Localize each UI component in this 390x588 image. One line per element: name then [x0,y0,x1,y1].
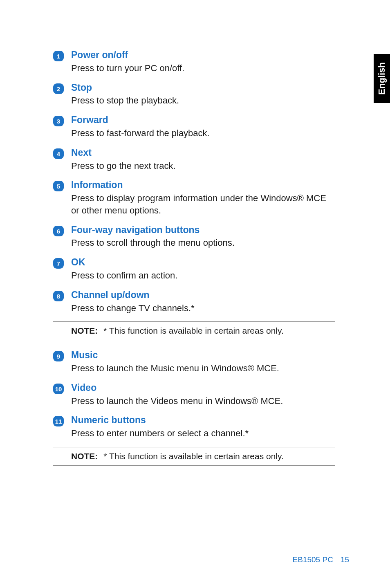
item-desc: Press to confirm an action. [71,269,335,282]
note-box: NOTE: * This function is available in ce… [53,447,335,466]
item-desc: Press to turn your PC on/off. [71,62,335,74]
list-item: 2 Stop Press to stop the playback. [53,82,335,107]
bullet-icon: 10 [53,382,71,394]
note-box: NOTE: * This function is available in ce… [53,321,335,340]
page: English 1 Power on/off Press to turn you… [0,0,390,588]
item-title: Channel up/down [71,289,335,301]
item-content: Stop Press to stop the playback. [71,82,335,107]
item-title: Four-way navigation buttons [71,224,335,236]
item-content: Information Press to display program inf… [71,179,335,216]
note-label: NOTE: [71,451,98,461]
bullet-icon: 2 [53,82,71,94]
item-content: Power on/off Press to turn your PC on/of… [71,49,335,74]
page-footer: EB1505 PC 15 [53,551,349,564]
svg-text:8: 8 [57,292,60,299]
list-item: 7 OK Press to confirm an action. [53,256,335,282]
bullet-icon: 3 [53,114,71,126]
item-title: Video [71,382,335,394]
footer-page-number: 15 [341,555,349,564]
item-content: Forward Press to fast-forward the playba… [71,114,335,139]
note-label: NOTE: [71,326,98,336]
item-content: Numeric buttons Press to enter numbers o… [71,414,335,440]
item-title: Numeric buttons [71,414,335,426]
item-desc: Press to display program information und… [71,192,335,216]
footer-model: EB1505 PC [293,555,333,564]
item-title: Power on/off [71,49,335,61]
svg-text:3: 3 [57,118,60,125]
item-list-2: 9 Music Press to launch the Music menu i… [53,349,335,440]
svg-text:6: 6 [57,227,60,234]
item-content: Next Press to go the next track. [71,147,335,172]
svg-text:4: 4 [57,150,61,157]
svg-text:10: 10 [55,385,62,392]
list-item: 3 Forward Press to fast-forward the play… [53,114,335,139]
svg-text:7: 7 [57,260,60,267]
bullet-icon: 7 [53,256,71,269]
svg-text:2: 2 [57,85,60,92]
list-item: 9 Music Press to launch the Music menu i… [53,349,335,375]
item-title: Music [71,349,335,361]
item-desc: Press to launch the Videos menu in Windo… [71,395,335,407]
language-label: English [377,62,387,94]
item-title: Information [71,179,335,191]
list-item: 6 Four-way navigation buttons Press to s… [53,224,335,249]
svg-text:1: 1 [57,53,60,60]
bullet-icon: 11 [53,414,71,426]
item-title: Stop [71,82,335,94]
list-item: 5 Information Press to display program i… [53,179,335,216]
bullet-icon: 1 [53,49,71,61]
bullet-icon: 8 [53,289,71,301]
item-desc: Press to fast-forward the playback. [71,127,335,139]
list-item: 4 Next Press to go the next track. [53,147,335,172]
svg-text:11: 11 [55,418,62,425]
language-tab: English [374,54,390,103]
list-item: 1 Power on/off Press to turn your PC on/… [53,49,335,74]
svg-text:9: 9 [57,353,60,360]
item-title: Next [71,147,335,159]
item-list-1: 1 Power on/off Press to turn your PC on/… [53,49,335,314]
bullet-icon: 5 [53,179,71,191]
item-desc: Press to stop the playback. [71,94,335,107]
item-desc: Press to launch the Music menu in Window… [71,362,335,375]
item-content: Music Press to launch the Music menu in … [71,349,335,375]
list-item: 11 Numeric buttons Press to enter number… [53,414,335,440]
item-content: OK Press to confirm an action. [71,256,335,282]
bullet-icon: 4 [53,147,71,159]
item-desc: Press to change TV channels.* [71,302,335,314]
item-title: Forward [71,114,335,126]
list-item: 8 Channel up/down Press to change TV cha… [53,289,335,314]
bullet-icon: 6 [53,224,71,236]
note-text: * This function is available in certain … [103,451,283,461]
item-desc: Press to scroll through the menu options… [71,237,335,249]
list-item: 10 Video Press to launch the Videos menu… [53,382,335,407]
item-content: Channel up/down Press to change TV chann… [71,289,335,314]
note-text: * This function is available in certain … [103,326,283,336]
item-title: OK [71,256,335,269]
item-desc: Press to enter numbers or select a chann… [71,427,335,440]
bullet-icon: 9 [53,349,71,361]
svg-text:5: 5 [57,183,60,190]
item-desc: Press to go the next track. [71,160,335,172]
item-content: Video Press to launch the Videos menu in… [71,382,335,407]
item-content: Four-way navigation buttons Press to scr… [71,224,335,249]
